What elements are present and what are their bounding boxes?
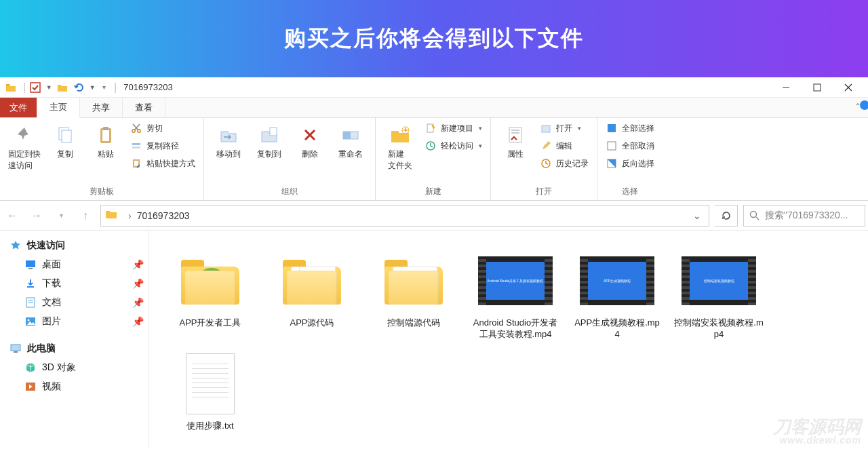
tree-quick-access[interactable]: 快速访问 — [0, 236, 149, 255]
pin-icon: 📌 — [132, 297, 142, 308]
svg-rect-14 — [270, 128, 277, 136]
this-pc-icon — [9, 343, 22, 355]
file-item[interactable]: APP开发者工具 — [163, 244, 258, 343]
crumb-chevron-icon[interactable]: › — [128, 210, 132, 221]
tree-documents[interactable]: 文档 📌 — [0, 293, 149, 312]
undo-icon[interactable] — [72, 81, 85, 94]
refresh-button[interactable] — [715, 205, 738, 227]
pictures-icon — [24, 315, 37, 328]
svg-rect-6 — [102, 130, 109, 141]
file-item[interactable]: 使用步骤.txt — [163, 347, 258, 435]
text-file-icon — [186, 353, 235, 414]
address-folder-icon — [105, 209, 119, 222]
copy-button[interactable]: 复制 — [46, 121, 84, 163]
easy-access-icon — [425, 140, 437, 152]
delete-button[interactable]: 删除 — [291, 121, 329, 163]
nav-up-button[interactable]: ↑ — [76, 206, 95, 225]
help-icon[interactable] — [860, 100, 868, 110]
explorer-body: 快速访问 桌面 📌 下载 📌 文档 📌 图片 📌 — [0, 231, 868, 449]
tree-videos[interactable]: 视频 — [0, 377, 149, 396]
new-item-button[interactable]: 新建项目▾ — [422, 121, 485, 136]
svg-rect-37 — [11, 345, 20, 351]
file-name: APP源代码 — [290, 317, 334, 329]
documents-icon — [24, 296, 37, 309]
tree-pictures[interactable]: 图片 📌 — [0, 312, 149, 331]
copy-to-icon — [258, 123, 281, 147]
svg-rect-31 — [27, 286, 34, 288]
undo-dropdown-icon[interactable]: ▼ — [88, 81, 96, 94]
properties-icon — [504, 123, 527, 147]
titlebar-overflow-icon[interactable]: ▾ — [99, 81, 108, 94]
close-button[interactable] — [833, 77, 864, 98]
file-grid[interactable]: APP开发者工具 APP源代码 控制端源代码 Android Studio开发工… — [149, 231, 868, 449]
paste-button[interactable]: 粘贴 — [87, 121, 125, 163]
select-none-icon — [606, 140, 618, 152]
tab-file[interactable]: 文件 — [0, 98, 37, 117]
rename-button[interactable]: 重命名 — [332, 121, 370, 163]
file-name: APP生成视频教程.mp4 — [572, 317, 662, 340]
svg-rect-22 — [511, 132, 519, 134]
ribbon-tabs: 文件 主页 共享 查看 ⌃ — [0, 98, 868, 118]
folder-icon — [283, 257, 341, 305]
pin-icon: 📌 — [132, 278, 142, 289]
copy-icon — [54, 123, 77, 147]
banner-title: 购买之后你将会得到以下文件 — [284, 24, 584, 54]
edit-button[interactable]: 编辑 — [537, 138, 591, 153]
search-input[interactable]: 搜索"7016973320... — [743, 205, 865, 227]
svg-rect-13 — [134, 161, 138, 166]
new-folder-button[interactable]: 新建 文件夹 — [381, 121, 419, 174]
pin-quick-access-button[interactable]: 固定到快 速访问 — [5, 121, 43, 174]
checkbox-icon[interactable] — [28, 81, 42, 94]
copy-path-icon — [130, 140, 142, 152]
tree-desktop[interactable]: 桌面 📌 — [0, 255, 149, 274]
svg-rect-11 — [132, 147, 140, 149]
paste-icon — [94, 123, 117, 147]
pin-icon: 📌 — [132, 259, 142, 270]
copy-to-button[interactable]: 复制到 — [250, 121, 288, 163]
cut-button[interactable]: 剪切 — [127, 121, 198, 136]
open-button[interactable]: 打开▾ — [537, 121, 591, 136]
watermark: 刀客源码网 www.dkewl.com — [773, 418, 861, 445]
paste-shortcut-icon — [130, 157, 142, 170]
group-select: 全部选择 全部取消 反向选择 选择 — [597, 118, 663, 200]
paste-shortcut-button[interactable]: 粘贴快捷方式 — [127, 156, 198, 171]
file-item[interactable]: 控制端安装视频教程 控制端安装视频教程.mp4 — [671, 244, 766, 343]
move-to-button[interactable]: 移动到 — [210, 121, 248, 163]
tree-this-pc[interactable]: 此电脑 — [0, 339, 149, 358]
address-dropdown-icon[interactable]: ⌄ — [690, 210, 705, 221]
svg-rect-10 — [132, 143, 140, 145]
select-all-button[interactable]: 全部选择 — [603, 121, 657, 136]
file-item[interactable]: APP源代码 — [264, 244, 359, 343]
minimize-button[interactable] — [770, 77, 802, 98]
history-button[interactable]: 历史记录 — [537, 156, 591, 171]
file-item[interactable]: APP生成视频教程 APP生成视频教程.mp4 — [570, 244, 665, 343]
nav-recent-button[interactable]: ▾ — [52, 206, 71, 225]
titlebar-dropdown-icon[interactable]: ▼ — [45, 81, 53, 94]
svg-point-28 — [751, 212, 757, 218]
star-icon — [9, 239, 22, 252]
copy-path-button[interactable]: 复制路径 — [127, 138, 198, 153]
svg-rect-29 — [26, 260, 35, 267]
properties-button[interactable]: 属性 — [496, 121, 534, 163]
address-bar[interactable]: › 7016973203 ⌄ — [100, 205, 709, 227]
select-none-button[interactable]: 全部取消 — [603, 138, 657, 153]
maximize-button[interactable] — [802, 77, 833, 98]
tab-home[interactable]: 主页 — [37, 98, 80, 118]
nav-back-button[interactable]: ← — [3, 206, 22, 225]
file-item[interactable]: 控制端源代码 — [366, 244, 461, 343]
tab-share[interactable]: 共享 — [80, 98, 123, 117]
group-organize: 移动到 复制到 删除 重命名 组织 — [204, 118, 376, 200]
file-name: 控制端源代码 — [387, 317, 440, 329]
file-name: Android Studio开发者工具安装教程.mp4 — [471, 317, 560, 340]
tree-downloads[interactable]: 下载 📌 — [0, 274, 149, 293]
svg-rect-21 — [511, 130, 519, 131]
tab-view[interactable]: 查看 — [123, 98, 165, 117]
easy-access-button[interactable]: 轻松访问▾ — [422, 138, 485, 153]
group-label-open: 打开 — [496, 184, 591, 199]
tree-3d-objects[interactable]: 3D 对象 — [0, 358, 149, 377]
invert-selection-button[interactable]: 反向选择 — [603, 156, 657, 171]
edit-icon — [540, 140, 552, 152]
open-icon — [540, 122, 552, 134]
file-item[interactable]: Android Studio开发工具安装视频教程 Android Studio开… — [468, 244, 563, 343]
nav-forward-button[interactable]: → — [27, 206, 46, 225]
